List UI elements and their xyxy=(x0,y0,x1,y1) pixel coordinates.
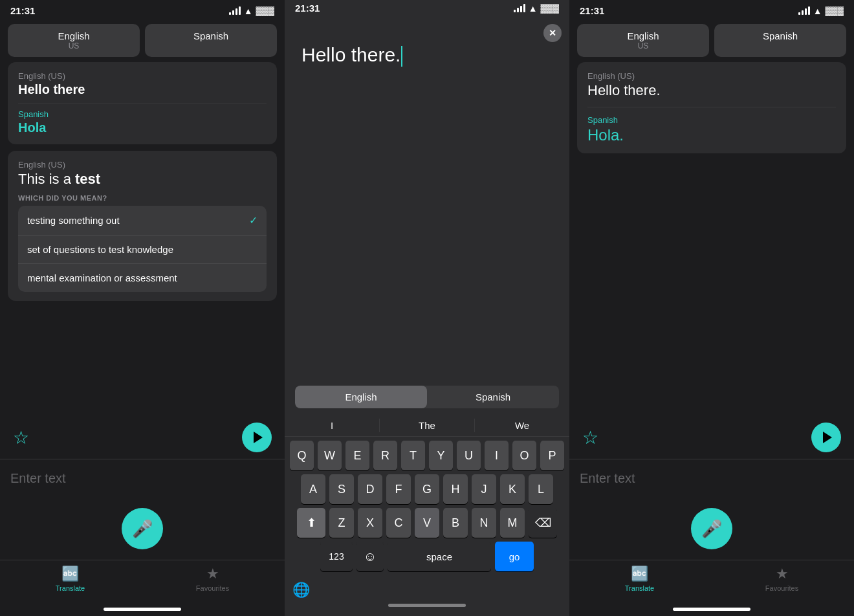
right-english-sub: US xyxy=(638,41,649,50)
right-battery-icon: ▓▓▓ xyxy=(826,6,844,16)
right-bottom-nav: 🔤 Translate ★ Favourites xyxy=(569,560,854,605)
right-signal-icon xyxy=(798,6,810,15)
middle-signal-icon xyxy=(514,4,525,12)
right-english-label: English xyxy=(627,30,659,41)
left-mic-area: 🎤 xyxy=(0,498,285,560)
right-wifi-icon: ▲ xyxy=(813,6,822,16)
key-E[interactable]: E xyxy=(345,441,369,470)
key-S[interactable]: S xyxy=(329,474,354,504)
key-X[interactable]: X xyxy=(358,508,382,538)
left-english-label: English xyxy=(58,30,89,41)
key-K[interactable]: K xyxy=(500,474,525,504)
keyboard-english-tab[interactable]: English xyxy=(295,386,427,408)
key-V[interactable]: V xyxy=(415,508,439,538)
numbers-key[interactable]: 123 xyxy=(320,542,353,571)
right-translate-icon: 🔤 xyxy=(631,566,648,582)
key-W[interactable]: W xyxy=(318,441,342,470)
right-favourites-icon: ★ xyxy=(776,566,789,582)
key-H[interactable]: H xyxy=(443,474,468,504)
meaning-item-1[interactable]: set of questions to test knowledge xyxy=(18,236,267,264)
right-nav-translate[interactable]: 🔤 Translate xyxy=(625,566,654,592)
right-play-button[interactable] xyxy=(811,423,841,452)
shift-key[interactable]: ⬆ xyxy=(297,508,325,538)
backspace-key[interactable]: ⌫ xyxy=(529,508,557,538)
right-spanish-tab[interactable]: Spanish xyxy=(714,24,846,57)
left-mic-button[interactable]: 🎤 xyxy=(122,508,163,549)
key-R[interactable]: R xyxy=(373,441,397,470)
key-A[interactable]: A xyxy=(301,474,325,504)
left-english-sub: US xyxy=(69,41,80,50)
key-T[interactable]: T xyxy=(401,441,425,470)
modal-close-button[interactable]: ✕ xyxy=(543,24,562,42)
left-enter-placeholder: Enter text xyxy=(10,471,66,485)
space-key[interactable]: space xyxy=(388,542,491,571)
meaning-text-0: testing something out xyxy=(27,215,120,226)
favourites-icon: ★ xyxy=(206,566,219,582)
left-enter-text[interactable]: Enter text xyxy=(0,459,285,498)
globe-icon[interactable]: 🌐 xyxy=(292,582,310,599)
right-enter-text[interactable]: Enter text xyxy=(569,459,854,498)
key-I[interactable]: I xyxy=(485,441,509,470)
left-star-button[interactable]: ☆ xyxy=(13,427,29,448)
right-panel: 21:31 ▲ ▓▓▓ English US Spanish English (… xyxy=(569,0,854,616)
suggestion-I[interactable]: I xyxy=(285,419,380,432)
key-row-4: 123 ☺ space go xyxy=(290,542,564,571)
key-P[interactable]: P xyxy=(540,441,564,470)
meaning-item-2[interactable]: mental examination or assessment xyxy=(18,264,267,292)
left-nav-favourites[interactable]: ★ Favourites xyxy=(196,566,229,592)
key-U[interactable]: U xyxy=(457,441,481,470)
check-icon-0: ✓ xyxy=(249,214,257,226)
key-B[interactable]: B xyxy=(443,508,468,538)
key-N[interactable]: N xyxy=(472,508,496,538)
key-L[interactable]: L xyxy=(529,474,553,504)
right-mic-button[interactable]: 🎤 xyxy=(691,508,732,549)
middle-status-icons: ▲ ▓▓▓ xyxy=(514,3,559,14)
meaning-text-1: set of questions to test knowledge xyxy=(27,244,173,255)
keyboard-spanish-tab[interactable]: Spanish xyxy=(427,386,559,408)
middle-wifi-icon: ▲ xyxy=(529,3,538,14)
suggestion-The[interactable]: The xyxy=(380,419,475,432)
middle-time: 21:31 xyxy=(295,3,320,14)
key-Z[interactable]: Z xyxy=(329,508,354,538)
key-row-1: Q W E R T Y U I O P xyxy=(290,441,564,470)
right-star-button[interactable]: ☆ xyxy=(582,427,598,448)
left-spanish-tab[interactable]: Spanish xyxy=(145,24,277,57)
left-panel: 21:31 ▲ ▓▓▓ English US Spanish English (… xyxy=(0,0,285,616)
right-card-target-lang: Spanish xyxy=(587,115,836,125)
right-trans-card: English (US) Hello there. Spanish Hola. xyxy=(577,62,846,153)
key-O[interactable]: O xyxy=(512,441,536,470)
left-nav-translate[interactable]: 🔤 Translate xyxy=(56,566,85,592)
right-nav-favourites[interactable]: ★ Favourites xyxy=(765,566,798,592)
left-hello-card: English (US) Hello there Spanish Hola xyxy=(8,62,277,144)
emoji-key[interactable]: ☺ xyxy=(356,542,384,571)
key-J[interactable]: J xyxy=(472,474,496,504)
modal-input-text[interactable]: Hello there. xyxy=(295,29,559,80)
left-spanish-label: Spanish xyxy=(193,30,228,41)
go-key[interactable]: go xyxy=(495,542,534,571)
key-Y[interactable]: Y xyxy=(429,441,453,470)
key-C[interactable]: C xyxy=(386,508,411,538)
key-Q[interactable]: Q xyxy=(290,441,314,470)
left-favourites-label: Favourites xyxy=(196,584,229,592)
left-mic-icon: 🎤 xyxy=(132,519,153,539)
right-english-tab[interactable]: English US xyxy=(577,24,709,57)
left-card2-plain: This is a xyxy=(18,171,75,187)
meaning-item-0[interactable]: testing something out ✓ xyxy=(18,206,267,236)
key-M[interactable]: M xyxy=(500,508,525,538)
middle-battery-icon: ▓▓▓ xyxy=(541,3,559,13)
left-status-bar: 21:31 ▲ ▓▓▓ xyxy=(0,0,285,19)
signal-icon xyxy=(229,6,241,15)
keyboard-english-label: English xyxy=(345,391,377,402)
suggestion-We[interactable]: We xyxy=(475,419,569,432)
modal-area: ✕ Hello there. xyxy=(285,16,569,386)
text-cursor xyxy=(401,46,402,67)
left-english-tab[interactable]: English US xyxy=(8,24,140,57)
key-rows: Q W E R T Y U I O P A S D F G H J K xyxy=(285,437,569,579)
key-G[interactable]: G xyxy=(415,474,439,504)
middle-panel: 21:31 ▲ ▓▓▓ ✕ Hello there. English xyxy=(285,0,569,616)
left-card2-bold: test xyxy=(75,171,100,187)
key-F[interactable]: F xyxy=(386,474,411,504)
left-bottom-nav: 🔤 Translate ★ Favourites xyxy=(0,560,285,605)
key-D[interactable]: D xyxy=(358,474,382,504)
left-play-button[interactable] xyxy=(242,423,272,452)
